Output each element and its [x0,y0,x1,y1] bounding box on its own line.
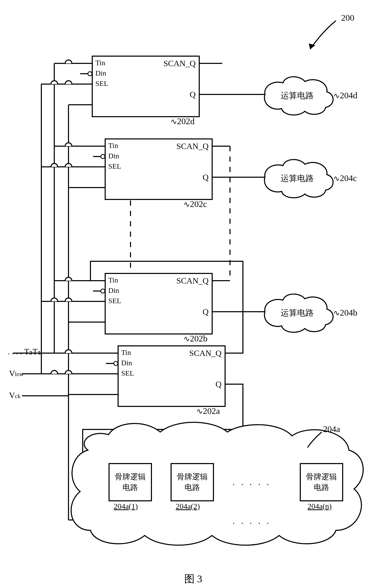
ellipsis-dots: . . . . . [233,477,271,487]
domino-block-1: 骨牌逻辑 电路 [109,463,152,501]
domino-label-line1: 骨牌逻辑 [301,472,342,482]
domino-label-line1: 骨牌逻辑 [172,472,213,482]
domino-block-n: 骨牌逻辑 电路 [300,463,343,501]
ellipsis-dots-2: . . . . . [233,516,271,526]
figure-label: 图 3 [5,572,376,586]
domino-ref-2: 204a(2) [176,502,200,511]
input-vck: Vck [9,391,20,400]
input-vlow: Vlow [9,369,24,378]
domino-label-line1: 骨牌逻辑 [110,472,151,482]
circuit-diagram: 200 Tin Din SEL SCAN_Q Q ∿202d Tin Din S… [5,5,376,588]
domino-ref-n: 204a(n) [308,502,332,511]
domino-block-2: 骨牌逻辑 电路 [171,463,214,501]
domino-label-line2: 电路 [172,482,213,493]
domino-ref-1: 204a(1) [114,502,138,511]
input-t-signals: . . . . T₂T₁ [8,347,41,356]
domino-label-line2: 电路 [301,482,342,493]
domino-label-line2: 电路 [110,482,151,493]
